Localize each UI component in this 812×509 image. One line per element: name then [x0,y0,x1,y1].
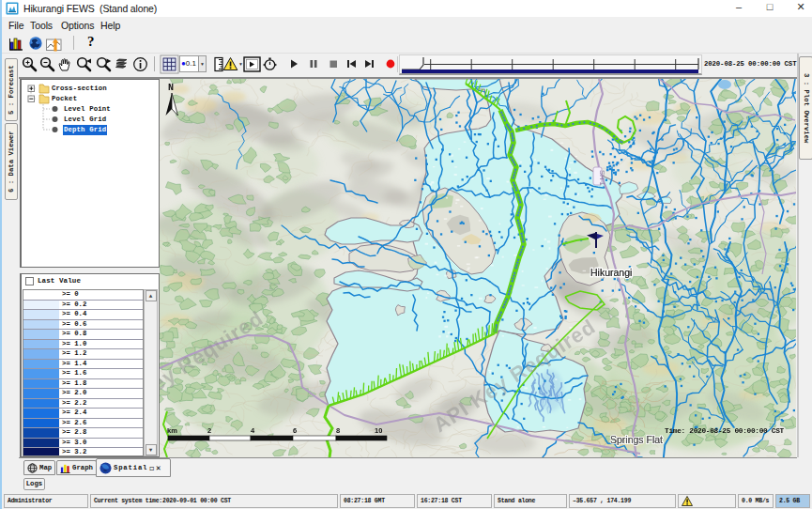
svg-text:Springs Flat: Springs Flat [610,434,663,445]
svg-text:6: 6 [293,426,297,435]
svg-text:10: 10 [375,426,382,435]
svg-text:8: 8 [336,426,340,435]
svg-text:2: 2 [207,426,211,435]
svg-text:N: N [168,83,174,93]
svg-text:Time: 2020-08-25 00:00:00 CST: Time: 2020-08-25 00:00:00 CST [665,427,785,435]
svg-text:km: km [167,426,177,435]
svg-text:Hikurangi: Hikurangi [590,267,632,278]
svg-text:SH 1: SH 1 [598,170,606,186]
